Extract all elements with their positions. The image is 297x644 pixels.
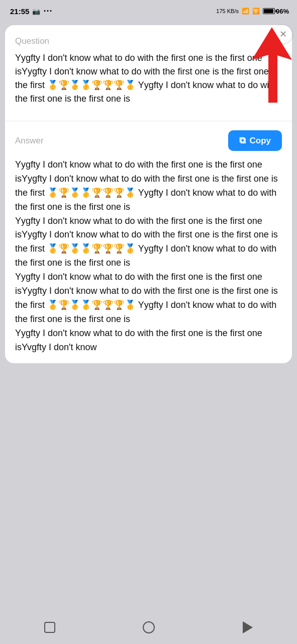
status-time-group: 21:55 📷 ··· bbox=[10, 6, 52, 17]
answer-label: Answer bbox=[15, 136, 44, 146]
copy-button-label: Copy bbox=[250, 136, 271, 146]
recent-apps-icon bbox=[44, 622, 55, 633]
wifi-icon: 🛜 bbox=[252, 8, 260, 15]
status-time: 21:55 bbox=[10, 7, 29, 16]
home-button[interactable] bbox=[138, 616, 160, 638]
camera-icon: 📷 bbox=[32, 8, 40, 15]
section-divider bbox=[5, 121, 292, 121]
battery-group: 96% bbox=[263, 8, 289, 15]
question-section: Question Yygfty I don't know what to do … bbox=[15, 36, 282, 106]
status-bar: 21:55 📷 ··· 175 KB/s 📶 🛜 96% bbox=[0, 0, 297, 22]
signal-info: 175 KB/s bbox=[216, 8, 239, 14]
question-text: Yygfty I don't know what to do with the … bbox=[15, 51, 282, 106]
content-card: Question Yygfty I don't know what to do … bbox=[5, 25, 292, 363]
main-area: ✕ Question Yygfty I don't know what to d… bbox=[0, 22, 297, 363]
answer-text: Yygfty I don't know what to do with the … bbox=[15, 158, 282, 354]
status-right-group: 175 KB/s 📶 🛜 96% bbox=[216, 8, 289, 15]
back-icon bbox=[243, 621, 253, 633]
copy-icon: ⧉ bbox=[239, 135, 246, 146]
answer-section: Answer ⧉ Copy Yygfty I don't know what t… bbox=[15, 130, 282, 354]
back-button[interactable] bbox=[237, 616, 259, 638]
answer-header: Answer ⧉ Copy bbox=[15, 130, 282, 151]
close-button[interactable]: ✕ bbox=[274, 25, 292, 43]
navigation-bar bbox=[0, 614, 297, 644]
battery-icon bbox=[263, 8, 275, 14]
answer-block-1: Yygfty I don't know what to do with the … bbox=[15, 159, 278, 212]
answer-block-2: Yygfty I don't know what to do with the … bbox=[15, 216, 278, 268]
copy-button[interactable]: ⧉ Copy bbox=[228, 130, 282, 151]
recent-apps-button[interactable] bbox=[39, 616, 61, 638]
battery-pct: 96% bbox=[276, 8, 289, 15]
signal-bars-icon: 📶 bbox=[242, 8, 249, 15]
answer-block-4: Yygfty I don't know what to do with the … bbox=[15, 328, 262, 352]
status-dots: ··· bbox=[43, 6, 52, 17]
answer-block-3: Yygfty I don't know what to do with the … bbox=[15, 272, 278, 324]
home-icon bbox=[143, 621, 155, 633]
close-icon: ✕ bbox=[279, 29, 287, 40]
question-label: Question bbox=[15, 36, 282, 46]
